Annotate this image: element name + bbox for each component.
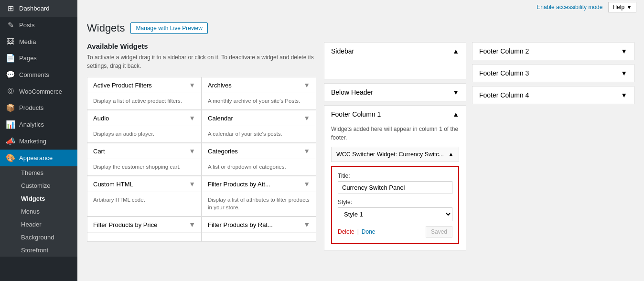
below-header-zone-title: Below Header: [331, 88, 373, 96]
widget-desc: Display a list of attributes to filter p…: [202, 192, 316, 216]
page-header: Widgets Manage with Live Preview: [87, 22, 634, 34]
widget-desc: [87, 233, 201, 241]
available-widgets-panel: Available Widgets To activate a widget d…: [87, 42, 316, 273]
sidebar-zone-title: Sidebar: [331, 47, 354, 55]
style-label: Style:: [338, 199, 452, 205]
sidebar-sub-header[interactable]: Header: [6, 218, 77, 231]
style-select[interactable]: Style 1 Style 2 Style 3: [338, 207, 452, 221]
content-area: Widgets Manage with Live Preview Availab…: [77, 14, 644, 281]
chevron-down-icon: ▼: [189, 81, 195, 89]
widget-audio[interactable]: Audio ▼: [87, 110, 201, 126]
sidebar-sub-themes[interactable]: Themes: [6, 166, 77, 179]
widget-filter-products-rat[interactable]: Filter Products by Rat... ▼: [202, 217, 316, 233]
sidebar-zone: Sidebar ▲: [324, 42, 466, 79]
widget-desc: Displays an audio player.: [87, 126, 201, 142]
dashboard-icon: ⊞: [6, 4, 15, 13]
left-sidebars: Sidebar ▲ Below Header ▼: [324, 42, 466, 273]
widget-archives[interactable]: Archives ▼: [202, 77, 316, 93]
list-item: Custom HTML ▼ Arbitrary HTML code.: [87, 176, 202, 216]
appearance-submenu: Themes Customize Widgets Menus Header Ba…: [0, 166, 77, 257]
sidebar-sub-background[interactable]: Background: [6, 231, 77, 244]
widget-desc: [202, 233, 316, 241]
footer-col-2-arrow: ▼: [621, 47, 627, 55]
help-label: Help: [612, 4, 624, 11]
sidebar-sub-storefront[interactable]: Storefront: [6, 244, 77, 257]
widget-cart[interactable]: Cart ▼: [87, 143, 201, 159]
footer-col-3-zone[interactable]: Footer Column 3 ▼: [472, 64, 634, 82]
sidebar-item-label: Media: [19, 38, 36, 45]
form-actions-left: Delete | Done: [338, 228, 376, 235]
sidebar-item-pages[interactable]: 📄 Pages: [0, 50, 77, 66]
footer-col-1-title: Footer Column 1: [331, 110, 381, 118]
sidebar-item-comments[interactable]: 💬 Comments: [0, 66, 77, 83]
posts-icon: ✎: [6, 21, 15, 30]
sidebar-item-appearance[interactable]: 🎨 Appearance: [0, 150, 77, 166]
chevron-down-icon: ▼: [303, 114, 310, 122]
widget-name: Categories: [208, 148, 238, 155]
sidebar-sub-menus[interactable]: Menus: [6, 205, 77, 218]
wcc-switcher-bar: WCC Switcher Widget: Currency Switc... ▲: [331, 147, 459, 162]
sidebar-item-analytics[interactable]: 📊 Analytics: [0, 116, 77, 133]
widget-desc: Display a list of active product filters…: [87, 93, 201, 109]
widget-desc: Display the customer shopping cart.: [87, 159, 201, 175]
widget-desc: A monthly archive of your site's Posts.: [202, 93, 316, 109]
media-icon: 🖼: [6, 37, 15, 46]
widget-name: Audio: [93, 115, 109, 122]
chevron-down-icon: ▼: [189, 147, 195, 155]
help-button[interactable]: Help ▼: [608, 2, 636, 12]
sidebar-sub-widgets[interactable]: Widgets: [6, 192, 77, 205]
below-header-arrow: ▼: [452, 88, 459, 96]
sidebar-item-dashboard[interactable]: ⊞ Dashboard: [0, 0, 77, 17]
list-item: Calendar ▼ A calendar of your site's pos…: [202, 110, 316, 143]
sidebar-sub-customize[interactable]: Customize: [6, 179, 77, 192]
list-item: Filter Products by Att... ▼ Display a li…: [202, 176, 316, 216]
footer-col-4-zone[interactable]: Footer Column 4 ▼: [472, 86, 634, 104]
available-widgets-desc: To activate a widget drag it to a sideba…: [87, 53, 316, 70]
right-sidebars: Footer Column 2 ▼ Footer Column 3 ▼ Foot…: [472, 42, 634, 273]
manage-live-preview-button[interactable]: Manage with Live Preview: [130, 22, 207, 34]
footer-col-4-arrow: ▼: [621, 91, 627, 99]
chevron-down-icon: ▼: [189, 180, 195, 188]
footer-col-3-arrow: ▼: [621, 69, 627, 77]
sidebar-item-label: Appearance: [19, 154, 53, 162]
done-link[interactable]: Done: [362, 228, 376, 235]
widget-custom-html[interactable]: Custom HTML ▼: [87, 176, 201, 192]
widget-filter-products-price[interactable]: Filter Products by Price ▼: [87, 217, 201, 233]
widget-filter-products-att[interactable]: Filter Products by Att... ▼: [202, 176, 316, 192]
widget-desc: A list or dropdown of categories.: [202, 159, 316, 175]
analytics-icon: 📊: [6, 120, 15, 129]
comments-icon: 💬: [6, 70, 15, 79]
sidebar-item-posts[interactable]: ✎ Posts: [0, 17, 77, 33]
style-field-row: Style: Style 1 Style 2 Style 3: [338, 199, 452, 221]
footer-col-2-zone[interactable]: Footer Column 2 ▼: [472, 42, 634, 60]
sidebar-item-media[interactable]: 🖼 Media: [0, 33, 77, 50]
appearance-icon: 🎨: [6, 153, 15, 162]
products-icon: 📦: [6, 103, 15, 112]
wcc-switcher-header[interactable]: WCC Switcher Widget: Currency Switc... ▲: [332, 147, 459, 162]
widget-categories[interactable]: Categories ▼: [202, 143, 316, 159]
accessibility-link[interactable]: Enable accessibility mode: [537, 4, 602, 11]
sidebar-item-label: Pages: [19, 54, 37, 62]
sidebar-zone-header[interactable]: Sidebar ▲: [324, 43, 466, 60]
form-actions: Delete | Done Saved: [338, 226, 452, 238]
sidebar-item-label: Analytics: [19, 121, 44, 128]
sidebar-item-label: Comments: [19, 71, 49, 78]
sidebar-item-label: Posts: [19, 22, 35, 29]
chevron-down-icon: ▼: [303, 221, 310, 228]
sidebar-item-marketing[interactable]: 📣 Marketing: [0, 133, 77, 150]
widget-active-product-filters[interactable]: Active Product Filters ▼: [87, 77, 201, 93]
sidebar-zone-arrow: ▲: [452, 47, 459, 55]
widget-name: Archives: [208, 82, 232, 89]
title-input[interactable]: [338, 181, 452, 194]
wcc-switcher-arrow-icon: ▲: [448, 151, 454, 158]
delete-link[interactable]: Delete: [338, 228, 354, 235]
sidebar-item-products[interactable]: 📦 Products: [0, 99, 77, 116]
footer-col-1-header[interactable]: Footer Column 1 ▲: [324, 106, 466, 123]
chevron-down-icon: ▼: [303, 147, 310, 155]
available-widgets-title: Available Widgets: [87, 42, 316, 50]
widget-calendar[interactable]: Calendar ▼: [202, 110, 316, 126]
list-item: Active Product Filters ▼ Display a list …: [87, 77, 202, 110]
sidebar-item-woocommerce[interactable]: ⓪ WooCommerce: [0, 83, 77, 99]
sidebar-item-label: Products: [19, 104, 43, 111]
below-header-zone-header[interactable]: Below Header ▼: [324, 84, 466, 101]
